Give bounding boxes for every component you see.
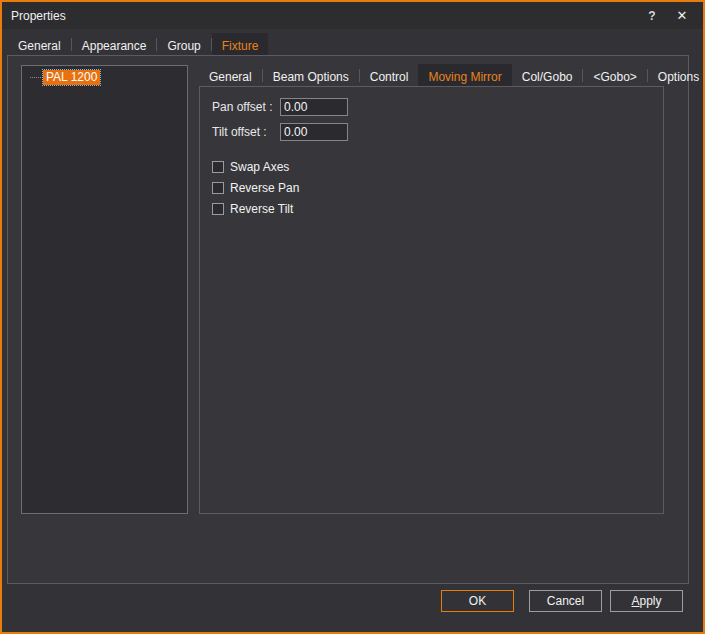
apply-button-label: Apply — [631, 594, 661, 608]
subtab-moving-mirror[interactable]: Moving Mirror — [418, 64, 511, 86]
close-button[interactable]: ✕ — [667, 2, 697, 29]
ok-button-label: OK — [469, 594, 486, 608]
close-icon: ✕ — [677, 8, 688, 23]
ok-button[interactable]: OK — [441, 590, 514, 612]
swap-axes-label: Swap Axes — [230, 160, 289, 174]
subtab-col-gobo[interactable]: Col/Gobo — [512, 64, 583, 86]
checkbox-icon[interactable] — [212, 182, 224, 194]
tab-group[interactable]: Group — [157, 33, 210, 55]
cancel-button[interactable]: Cancel — [529, 590, 602, 612]
swap-axes-checkbox[interactable]: Swap Axes — [212, 160, 289, 174]
subtab-control[interactable]: Control — [360, 64, 419, 86]
tree-item-pal-1200[interactable]: PAL 1200 — [43, 70, 100, 85]
pan-offset-row: Pan offset : — [212, 98, 348, 116]
subtab-beam-options[interactable]: Beam Options — [263, 64, 359, 86]
tab-general[interactable]: General — [8, 33, 71, 55]
window-controls: ? ✕ — [637, 2, 697, 29]
help-icon: ? — [648, 9, 655, 23]
help-button[interactable]: ? — [637, 2, 667, 29]
title-bar[interactable]: Properties ? ✕ — [2, 2, 703, 29]
pan-offset-input[interactable] — [280, 98, 348, 116]
tilt-offset-input[interactable] — [280, 123, 348, 141]
moving-mirror-panel: Pan offset : Tilt offset : Swap Axes Rev… — [199, 86, 664, 514]
tree-item-row: PAL 1200 — [22, 69, 187, 86]
fixture-tree[interactable]: PAL 1200 — [21, 65, 188, 514]
reverse-tilt-label: Reverse Tilt — [230, 202, 293, 216]
tab-appearance[interactable]: Appearance — [72, 33, 157, 55]
subtab-general[interactable]: General — [199, 64, 262, 86]
checkbox-icon[interactable] — [212, 161, 224, 173]
tab-fixture[interactable]: Fixture — [212, 33, 269, 55]
fixture-sub-tab-bar: General Beam Options Control Moving Mirr… — [199, 64, 705, 86]
tilt-offset-label: Tilt offset : — [212, 125, 280, 139]
fixture-tab-page: PAL 1200 General Beam Options Control Mo… — [7, 55, 689, 584]
checkbox-icon[interactable] — [212, 203, 224, 215]
reverse-pan-checkbox[interactable]: Reverse Pan — [212, 181, 299, 195]
reverse-tilt-checkbox[interactable]: Reverse Tilt — [212, 202, 293, 216]
cancel-button-label: Cancel — [547, 594, 584, 608]
tree-branch-line — [30, 77, 43, 78]
main-tab-bar: General Appearance Group Fixture — [8, 33, 268, 55]
subtab-options[interactable]: Options — [648, 64, 705, 86]
apply-button[interactable]: Apply — [610, 590, 683, 612]
window-title: Properties — [11, 9, 66, 23]
subtab-gobo[interactable]: <Gobo> — [583, 64, 646, 86]
reverse-pan-label: Reverse Pan — [230, 181, 299, 195]
tilt-offset-row: Tilt offset : — [212, 123, 348, 141]
properties-dialog: Properties ? ✕ General Appearance Group … — [0, 0, 705, 634]
pan-offset-label: Pan offset : — [212, 100, 280, 114]
